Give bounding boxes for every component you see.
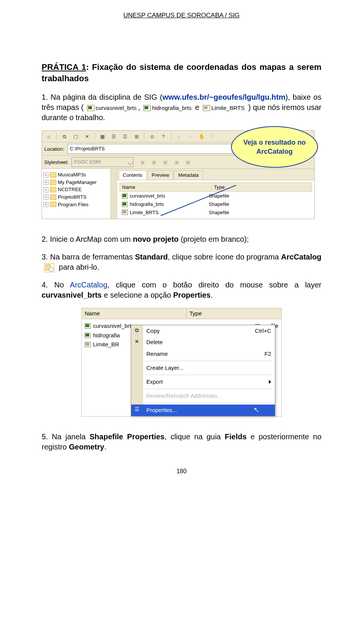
folder-icon <box>50 202 56 207</box>
list-number: 3. <box>42 253 48 261</box>
paragraph-4: 4. No ArcCatalog, clique com o botão dir… <box>42 280 321 300</box>
paragraph-5: 5. Na janela Shapefile Properties, cliqu… <box>42 432 321 452</box>
help-icon[interactable]: ? <box>159 132 168 141</box>
link-text: www.ufes.br/~geoufes/lgu/lgu.htm <box>162 93 285 101</box>
col-name[interactable]: Name <box>82 308 186 319</box>
list-number: 1. <box>42 93 48 101</box>
folder-icon <box>50 180 56 185</box>
tree-item[interactable]: +NCDTREE <box>43 186 115 193</box>
context-menu: ⧉ CopyCtrl+C ✕ Delete RenameF2 Create La… <box>131 325 275 416</box>
shapefile-icon <box>85 333 91 338</box>
separator <box>56 133 57 140</box>
menu-separator <box>145 361 273 361</box>
view-list-icon[interactable]: ☰ <box>109 132 118 141</box>
toolbar-button[interactable]: ▣ <box>184 158 192 166</box>
toolbar-button[interactable]: ▣ <box>161 158 169 166</box>
page-number: 180 <box>42 467 321 476</box>
contents-list: Name Type curvasnivel_brts Shapefile hid… <box>117 180 314 219</box>
menu-item-properties[interactable]: ☰ Properties... ↖ <box>131 405 275 416</box>
stylesheet-input[interactable]: FGDC ESRI <box>71 157 133 167</box>
inline-file-label: Limite_BRTS <box>211 104 245 112</box>
menu-item-rename[interactable]: RenameF2 <box>131 348 275 360</box>
document-title: PRÁTICA 1: Fixação do sistema de coorden… <box>42 62 321 84</box>
copy-icon: ⧉ <box>133 327 141 334</box>
col-name[interactable]: Name <box>120 183 212 192</box>
cursor-icon: ↖ <box>253 405 260 415</box>
location-label: Location: <box>44 146 64 153</box>
paragraph-2: 2. Inicie o ArcMap com um novo projeto (… <box>42 234 321 244</box>
separator <box>171 133 171 140</box>
tree-item[interactable]: +ProjetoBRTS <box>43 193 115 201</box>
list-number: 5. <box>42 432 48 441</box>
paragraph-3: 3. Na barra de ferramentas Standard, cli… <box>42 252 321 272</box>
folder-icon <box>50 187 56 192</box>
callout-bubble: Veja o resultado no ArcCatalog <box>231 126 318 168</box>
pan-icon[interactable]: ✋ <box>197 132 206 141</box>
shapefile-icon <box>203 105 210 111</box>
col-type[interactable]: Type <box>186 308 281 319</box>
copy-icon[interactable]: ⧉ <box>60 132 69 141</box>
inline-file-label: curvasnivel_brts <box>96 104 137 112</box>
list-number: 4. <box>42 281 48 289</box>
column-header: Name Type <box>82 308 281 319</box>
tree-item[interactable]: +My PageManager <box>43 179 115 186</box>
folder-icon <box>50 195 56 200</box>
toolbar-button[interactable]: ▣ <box>172 158 181 166</box>
menu-item-create-layer[interactable]: Create Layer... <box>131 362 275 374</box>
menu-item-review-rematch: Review/Rematch Addresses... <box>131 390 275 402</box>
delete-icon[interactable]: ✕ <box>82 132 92 141</box>
shapefile-icon <box>85 342 91 347</box>
tree-item[interactable]: +Program Files <box>43 201 115 208</box>
shapefile-icon <box>122 202 128 207</box>
separator <box>144 133 144 140</box>
list-item[interactable]: Limite_BRTS Shapefile <box>119 208 312 217</box>
column-header: Name Type <box>119 182 312 192</box>
list-item[interactable]: hidrografia_brts Shapefile <box>119 200 312 208</box>
view-details-icon[interactable]: ☲ <box>121 132 130 141</box>
menu-item-delete[interactable]: ✕ Delete <box>131 337 275 348</box>
properties-icon: ☰ <box>133 406 141 413</box>
shapefile-icon <box>122 210 128 215</box>
inline-file-label: hidrografia_brts <box>152 104 191 112</box>
document-page: UNESP CAMPUS DE SOROCABA / SIG PRÁTICA 1… <box>0 0 363 498</box>
shapefile-icon <box>143 105 151 111</box>
arccatalog-icon <box>44 263 54 272</box>
page-header: UNESP CAMPUS DE SOROCABA / SIG <box>42 11 321 20</box>
view-large-icon[interactable]: ▦ <box>98 132 107 141</box>
menu-item-export[interactable]: Export <box>131 376 275 388</box>
list-number: 2. <box>42 235 48 243</box>
separator <box>95 133 95 140</box>
toolbar-button[interactable]: ▣ <box>150 158 158 166</box>
shapefile-icon <box>122 193 128 199</box>
context-menu-screenshot: Name Type curvasnivel_brtsShapefile hidr… <box>81 308 282 417</box>
tree-item[interactable]: +MusicaMP3s <box>43 171 115 179</box>
tab-preview[interactable]: Preview <box>147 170 173 180</box>
menu-separator <box>145 375 273 375</box>
arccatalog-window: Veja o resultado no ArcCatalog ⌂ ⧉ ▢ ✕ ▦… <box>42 130 315 219</box>
delete-icon: ✕ <box>133 338 141 345</box>
stylesheet-label: Stylesheet: <box>44 159 68 166</box>
shapefile-icon <box>85 323 91 329</box>
paste-icon[interactable]: ▢ <box>71 132 80 141</box>
folder-icon <box>50 172 56 178</box>
col-type[interactable]: Type <box>212 183 312 192</box>
toolbar-button[interactable]: ▣ <box>138 158 147 166</box>
toolbar-button[interactable]: ⌂ <box>44 132 53 141</box>
paragraph-1: 1. Na página da disciplina de SIG (www.u… <box>42 92 321 123</box>
menu-item-copy[interactable]: ⧉ CopyCtrl+C <box>131 325 275 337</box>
tab-metadata[interactable]: Metadata <box>174 170 203 180</box>
tab-contents[interactable]: Contents <box>119 170 147 180</box>
menu-separator <box>145 403 273 403</box>
toolbar-button[interactable]: ☰ <box>208 132 217 141</box>
tab-bar: Contents Preview Metadata <box>117 169 314 180</box>
shapefile-icon <box>87 105 95 111</box>
catalog-tree: +MusicaMP3s +My PageManager +NCDTREE +Pr… <box>42 169 117 219</box>
view-thumb-icon[interactable]: ⊞ <box>132 132 141 141</box>
title-label: PRÁTICA 1 <box>42 62 86 72</box>
scrollbar[interactable] <box>110 169 117 219</box>
search-icon[interactable]: ⊙ <box>147 132 157 141</box>
zoom-icon[interactable]: ⊕ <box>174 132 183 141</box>
submenu-arrow-icon <box>269 380 271 384</box>
zoom-icon[interactable]: ⊖ <box>186 132 195 141</box>
menu-separator <box>145 389 273 389</box>
